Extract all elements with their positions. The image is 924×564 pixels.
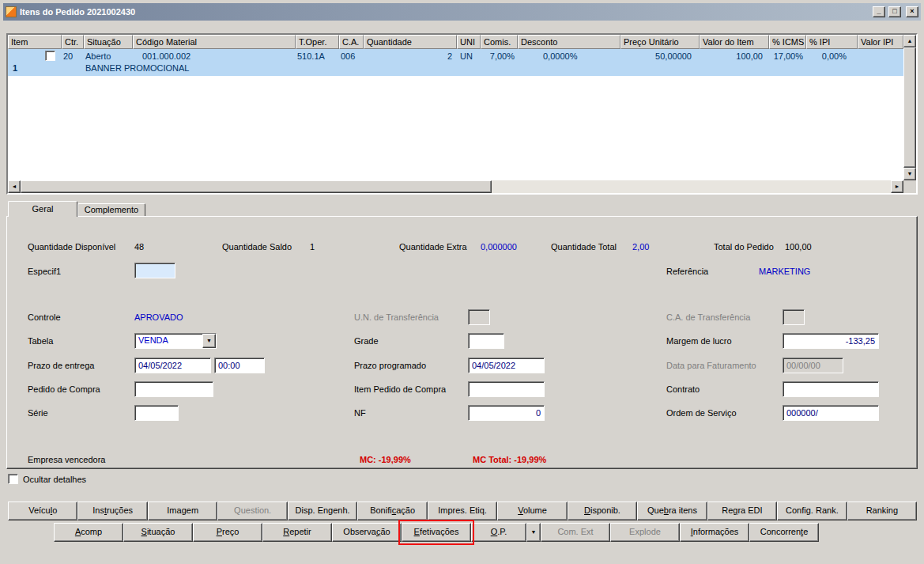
preco-button[interactable]: Preço [193, 523, 262, 542]
label-nf: NF [354, 407, 366, 418]
margem-de-lucro-field[interactable] [783, 333, 879, 349]
item-pedido-de-compra-field[interactable] [468, 381, 545, 397]
col-header-item[interactable]: Item [8, 35, 62, 49]
cell-ipi: 0,00% [806, 51, 858, 62]
regra-edi-button[interactable]: Regra EDI [707, 502, 777, 520]
label-serie: Série [28, 407, 48, 418]
pedido-de-compra-field[interactable] [134, 381, 213, 397]
minimize-button[interactable]: _ [873, 6, 885, 17]
grade-field[interactable] [468, 333, 504, 349]
observacao-button[interactable]: Observação [332, 523, 402, 542]
data-para-faturamento-field [783, 358, 843, 373]
tab-geral[interactable]: Geral [8, 201, 77, 217]
cell-t-oper: 510.1A [296, 51, 339, 62]
op-button[interactable]: O.P. [471, 523, 526, 542]
col-header-quantidade[interactable]: Quantidade [364, 35, 457, 49]
cell-uni: UN [457, 51, 481, 62]
informacoes-button[interactable]: Informações [680, 523, 749, 542]
vertical-scrollbar[interactable]: ▲ ▼ [903, 35, 916, 180]
chevron-down-icon[interactable]: ▼ [202, 334, 216, 348]
button-row-1: Veículo Instruções Imagem Question. Disp… [8, 502, 917, 520]
col-header-t-oper[interactable]: T.Oper. [296, 35, 339, 49]
value-controle: APROVADO [134, 312, 183, 323]
veiculo-button[interactable]: Veículo [8, 502, 77, 520]
maximize-button[interactable]: □ [888, 6, 901, 17]
ordem-de-servico-field[interactable] [783, 405, 879, 421]
item-checkbox[interactable] [45, 51, 55, 61]
col-header-uni[interactable]: UNI [457, 35, 481, 49]
cell-icms: 17,00% [769, 51, 806, 62]
scroll-up-icon[interactable]: ▲ [903, 35, 916, 47]
cell-ctr: 20 [62, 51, 84, 62]
horizontal-scrollbar[interactable]: ◄ ► [8, 180, 903, 193]
app-icon[interactable] [6, 6, 17, 17]
vertical-scroll-thumb[interactable] [903, 47, 916, 168]
table-row[interactable]: 20 Aberto 001.000.002 510.1A 006 2 UN 7,… [8, 49, 903, 76]
ca-transferencia-field [783, 309, 805, 325]
value-quantidade-disponivel: 48 [134, 241, 144, 252]
cell-valor-do-item: 100,00 [700, 51, 769, 62]
bonificacao-button[interactable]: Bonificação [357, 502, 427, 520]
explode-button: Explode [610, 523, 680, 542]
config-rank-button[interactable]: Config. Rank. [777, 502, 847, 520]
prazo-programado-field[interactable] [468, 358, 545, 373]
contrato-field[interactable] [783, 381, 879, 397]
col-header-valor-ipi[interactable]: Valor IPI [858, 35, 903, 49]
label-pedido-de-compra: Pedido de Compra [28, 384, 100, 395]
impres-etiq-button[interactable]: Impres. Etiq. [428, 502, 497, 520]
scroll-down-icon[interactable]: ▼ [903, 168, 916, 180]
prazo-de-entrega-time-field[interactable] [214, 358, 265, 373]
especif1-field[interactable] [134, 263, 175, 278]
question-button: Question. [217, 502, 287, 520]
op-dropdown-icon[interactable]: ▼ [526, 523, 541, 542]
volume-button[interactable]: Volume [497, 502, 567, 520]
col-header-ipi[interactable]: % IPI [806, 35, 858, 49]
acomp-button[interactable]: Acomp [54, 523, 123, 542]
col-header-ca[interactable]: C.A. [339, 35, 364, 49]
un-transferencia-field [468, 309, 490, 325]
situacao-button[interactable]: Situação [123, 523, 193, 542]
disp-engenh-button[interactable]: Disp. Engenh. [288, 502, 357, 520]
repetir-button[interactable]: Repetir [262, 523, 332, 542]
value-total-do-pedido: 100,00 [785, 241, 812, 252]
label-especif1: Especif1 [28, 266, 61, 277]
checkbox-icon[interactable] [8, 474, 18, 484]
ocultar-detalhes-checkbox[interactable]: Ocultar detalhes [8, 474, 86, 484]
cell-preco-unitario: 50,00000 [620, 51, 700, 62]
tabela-selected-value: VENDA [135, 334, 202, 348]
scroll-left-icon[interactable]: ◄ [8, 180, 21, 193]
ranking-button[interactable]: Ranking [847, 502, 917, 520]
quebra-itens-button[interactable]: Quebra itens [637, 502, 707, 520]
efetivacoes-button[interactable]: Efetivações [402, 523, 471, 542]
disponib-button[interactable]: Disponib. [568, 502, 637, 520]
mc-total-value: MC Total: -19,99% [473, 454, 546, 465]
scroll-right-icon[interactable]: ► [891, 180, 903, 193]
col-header-ctr[interactable]: Ctr. [62, 35, 84, 49]
close-button[interactable]: × [906, 6, 918, 17]
tab-complemento[interactable]: Complemento [77, 203, 145, 216]
horizontal-scroll-thumb[interactable] [21, 180, 492, 193]
cell-quantidade: 2 [364, 51, 457, 62]
imagem-button[interactable]: Imagem [148, 502, 217, 520]
col-header-desconto[interactable]: Desconto [518, 35, 620, 49]
concorrente-button[interactable]: Concorrente [749, 523, 819, 542]
ocultar-detalhes-label: Ocultar detalhes [23, 475, 86, 484]
col-header-icms[interactable]: % ICMS [769, 35, 806, 49]
itens-do-pedido-window: { "window": { "title": "Itens do Pedido … [0, 0, 924, 564]
value-quantidade-extra: 0,000000 [481, 241, 517, 252]
col-header-situacao[interactable]: Situação [84, 35, 133, 49]
col-header-codigo-material[interactable]: Código Material [133, 35, 296, 49]
label-ca-transferencia: C.A. de Transferência [666, 312, 750, 323]
col-header-comis[interactable]: Comis. [481, 35, 518, 49]
instrucoes-button[interactable]: Instruções [77, 502, 147, 520]
cell-codigo-material: 001.000.002 [133, 51, 296, 62]
col-header-valor-do-item[interactable]: Valor do Item [700, 35, 769, 49]
nf-field[interactable] [468, 405, 545, 421]
label-referencia: Referência [666, 266, 708, 277]
col-header-preco-unitario[interactable]: Preço Unitário [620, 35, 700, 49]
cell-valor-ipi [858, 51, 903, 62]
cell-comis: 7,00% [481, 51, 518, 62]
serie-field[interactable] [134, 405, 179, 421]
tabela-combobox[interactable]: VENDA ▼ [134, 333, 217, 349]
prazo-de-entrega-date-field[interactable] [134, 358, 211, 373]
